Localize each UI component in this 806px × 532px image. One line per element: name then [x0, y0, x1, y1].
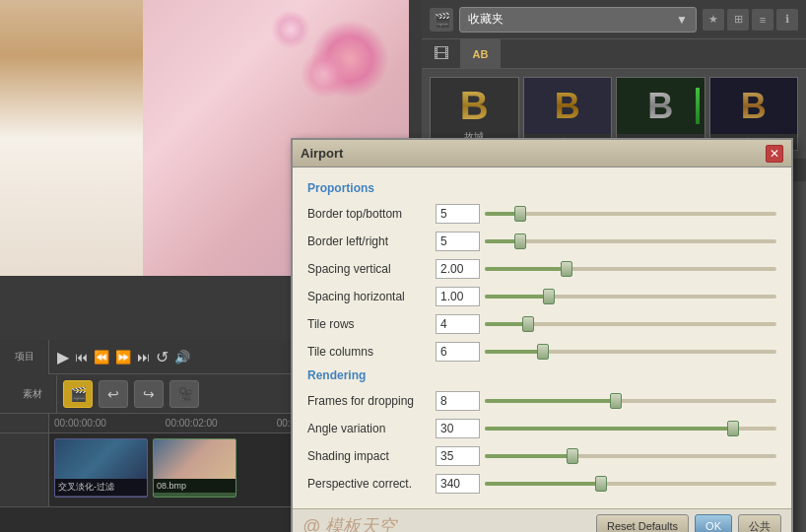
play-button[interactable]: ▶: [57, 348, 69, 366]
tab-ab[interactable]: AB: [461, 39, 501, 69]
param-input-border-left-right[interactable]: [436, 232, 480, 251]
cancel-button[interactable]: 公共: [738, 514, 781, 532]
param-input-spacing-horizontal[interactable]: [436, 287, 480, 306]
slider-spacing-vertical[interactable]: [485, 259, 776, 279]
volume-button[interactable]: 🔊: [174, 350, 190, 365]
param-label-border-top-bottom: Border top/bottom: [307, 207, 436, 221]
param-row-border-left-right: Border left/right: [307, 229, 776, 254]
rendering-heading: Rendering: [307, 368, 776, 382]
param-input-shading-impact[interactable]: [436, 446, 480, 466]
slider-tile-rows[interactable]: [485, 314, 776, 334]
param-label-spacing-vertical: Spacing vertical: [307, 262, 436, 276]
slider-shading-impact[interactable]: [485, 446, 776, 466]
slider-tile-columns[interactable]: [485, 342, 776, 362]
slider-frames-dropping[interactable]: [485, 391, 776, 411]
slider-border-left-right[interactable]: [485, 232, 776, 251]
track-label-project: 项目: [0, 340, 49, 374]
toolbar-right-icons: ★ ⊞ ≡ ℹ: [703, 9, 798, 31]
param-label-tile-columns: Tile columns: [307, 345, 436, 359]
list-icon[interactable]: ≡: [752, 9, 773, 31]
param-row-spacing-horizontal: Spacing horizontal: [307, 284, 776, 309]
param-input-tile-rows[interactable]: [436, 314, 480, 334]
folder-dropdown[interactable]: 收藏夹 ▼: [459, 7, 697, 33]
editor-background: 🎬 收藏夹 ▼ ★ ⊞ ≡ ℹ 🎞 AB B 故城 B: [0, 0, 806, 532]
dialog-titlebar: Airport ✕: [293, 140, 791, 167]
slider-angle-variation[interactable]: [485, 419, 776, 438]
prev-button[interactable]: ⏮: [75, 350, 88, 365]
tool-button-2[interactable]: ↩: [99, 380, 128, 408]
clip-1-label: 交叉淡化-过滤: [55, 479, 147, 496]
clip-2-label: 08.bmp: [154, 479, 235, 493]
slider-spacing-horizontal[interactable]: [485, 287, 776, 306]
forward-button[interactable]: ⏩: [115, 350, 131, 365]
film-icon[interactable]: 🎬: [430, 8, 453, 32]
tool-button-1[interactable]: 🎬: [63, 380, 93, 408]
media-tabs: 🎞 AB: [422, 39, 806, 69]
rewind-button[interactable]: ⏪: [94, 350, 109, 365]
param-input-spacing-vertical[interactable]: [436, 259, 480, 279]
watermark: @ 模板天空: [302, 514, 590, 532]
param-label-perspective-correct: Perspective correct.: [307, 477, 436, 491]
airport-dialog: Airport ✕ Proportions Border top/bottom …: [291, 138, 793, 532]
timecode-1: 00:00:00:00: [54, 418, 106, 429]
track-label-material: 素材: [8, 375, 57, 413]
slider-border-top-bottom[interactable]: [485, 204, 776, 224]
param-row-perspective-correct: Perspective correct.: [307, 471, 776, 497]
loop-button[interactable]: ↺: [156, 348, 168, 366]
dialog-body: Proportions Border top/bottom Border lef…: [293, 167, 791, 508]
param-label-shading-impact: Shading impact: [307, 449, 436, 463]
dialog-close-button[interactable]: ✕: [766, 145, 783, 163]
param-input-perspective-correct[interactable]: [436, 474, 480, 494]
dialog-title: Airport: [301, 146, 766, 161]
param-label-tile-rows: Tile rows: [307, 317, 436, 331]
param-input-angle-variation[interactable]: [436, 419, 480, 438]
proportions-heading: Proportions: [307, 181, 776, 195]
param-label-frames-dropping: Frames for dropping: [307, 394, 436, 408]
tool-button-4[interactable]: 🎥: [169, 380, 199, 408]
next-button[interactable]: ⏭: [137, 350, 150, 365]
param-label-border-left-right: Border left/right: [307, 234, 436, 248]
param-row-border-top-bottom: Border top/bottom: [307, 201, 776, 227]
param-row-shading-impact: Shading impact: [307, 443, 776, 469]
param-input-frames-dropping[interactable]: [436, 391, 480, 411]
star-icon[interactable]: ★: [703, 9, 724, 31]
clip-2[interactable]: 08.bmp: [153, 438, 236, 498]
grid-icon[interactable]: ⊞: [727, 9, 749, 31]
tab-film[interactable]: 🎞: [422, 39, 461, 69]
reset-defaults-button[interactable]: Reset Defaults: [596, 514, 689, 532]
param-row-tile-columns: Tile columns: [307, 339, 776, 365]
param-row-frames-dropping: Frames for dropping: [307, 388, 776, 414]
param-input-border-top-bottom[interactable]: [436, 204, 480, 224]
info-icon[interactable]: ℹ: [776, 9, 798, 31]
dialog-footer: @ 模板天空 Reset Defaults OK 公共: [293, 508, 791, 532]
param-row-spacing-vertical: Spacing vertical: [307, 256, 776, 282]
param-row-tile-rows: Tile rows: [307, 311, 776, 337]
param-row-angle-variation: Angle variation: [307, 416, 776, 441]
param-label-angle-variation: Angle variation: [307, 422, 436, 435]
media-toolbar: 🎬 收藏夹 ▼ ★ ⊞ ≡ ℹ: [422, 0, 806, 39]
param-label-spacing-horizontal: Spacing horizontal: [307, 290, 436, 303]
param-input-tile-columns[interactable]: [436, 342, 480, 362]
slider-perspective-correct[interactable]: [485, 474, 776, 494]
ok-button[interactable]: OK: [695, 514, 732, 532]
timecode-2: 00:00:02:00: [166, 418, 218, 429]
tool-button-3[interactable]: ↪: [134, 380, 164, 408]
clip-1[interactable]: 交叉淡化-过滤: [54, 438, 148, 498]
